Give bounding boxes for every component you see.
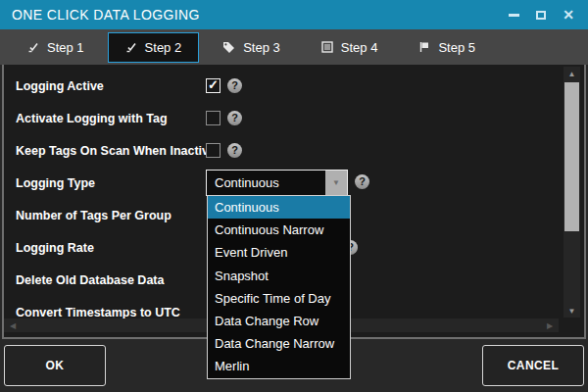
form-row-activate-logging-with-tag: Activate Logging with Tag ? — [4, 103, 584, 134]
scroll-down-button[interactable]: ▼ — [564, 304, 580, 318]
scroll-left-button[interactable]: ◀ — [6, 318, 20, 332]
activate-logging-with-tag-checkbox[interactable] — [206, 111, 220, 125]
tab-bar: Step 1 Step 2 Step 3 Step 4 Step 5 — [0, 29, 588, 65]
tab-label: Step 4 — [341, 40, 378, 55]
maximize-icon — [536, 11, 546, 20]
tab-step-2[interactable]: Step 2 — [108, 32, 200, 63]
check-icon — [27, 41, 39, 53]
field-label: Keep Tags On Scan When Inactive — [16, 135, 216, 167]
dropdown-option-event-driven[interactable]: Event Driven — [208, 241, 350, 264]
checkmark-icon: ✓ — [208, 78, 219, 91]
field-label: Delete Old Database Data — [16, 265, 164, 296]
field-label: Logging Active — [16, 71, 104, 102]
check-icon — [125, 41, 137, 53]
scroll-right-button[interactable]: ▶ — [543, 318, 557, 332]
dropdown-option-snapshot[interactable]: Snapshot — [208, 265, 350, 287]
flag-icon — [418, 41, 430, 53]
cancel-button[interactable]: CANCEL — [482, 345, 584, 386]
triangle-right-icon: ▶ — [547, 321, 553, 330]
logging-type-dropdown-list: Continuous Continuous Narrow Event Drive… — [207, 195, 351, 379]
dropdown-option-continuous-narrow[interactable]: Continuous Narrow — [208, 219, 350, 241]
tab-label: Step 3 — [243, 40, 280, 55]
minimize-icon — [509, 14, 519, 17]
titlebar[interactable]: ONE CLICK DATA LOGGING ✕ — [0, 0, 588, 29]
form-row-logging-active: Logging Active ✓ ? — [4, 71, 584, 102]
window-title: ONE CLICK DATA LOGGING — [0, 7, 200, 23]
combo-selected-value: Continuous — [207, 171, 325, 195]
field-label: Activate Logging with Tag — [16, 103, 168, 134]
scroll-up-button[interactable]: ▲ — [564, 67, 580, 80]
tab-step-1[interactable]: Step 1 — [10, 33, 102, 62]
vertical-scrollbar[interactable]: ▲ ▼ — [564, 67, 580, 318]
field-label: Number of Tags Per Group — [16, 200, 172, 231]
dropdown-option-merlin[interactable]: Merlin — [208, 355, 350, 377]
form-row-keep-tags-on-scan: Keep Tags On Scan When Inactive ? — [4, 135, 584, 167]
logging-type-select[interactable]: Continuous ▼ — [206, 170, 348, 196]
dropdown-option-specific-time-of-day[interactable]: Specific Time of Day — [208, 287, 350, 310]
tab-label: Step 1 — [47, 40, 84, 55]
help-icon[interactable]: ? — [227, 78, 242, 93]
combo-dropdown-button[interactable]: ▼ — [325, 171, 347, 195]
dropdown-option-data-change-row[interactable]: Data Change Row — [208, 310, 350, 332]
triangle-left-icon: ◀ — [10, 321, 16, 330]
tab-label: Step 2 — [145, 40, 182, 55]
tag-icon — [222, 41, 235, 54]
triangle-down-icon: ▼ — [568, 307, 576, 316]
dropdown-option-continuous[interactable]: Continuous — [208, 196, 350, 219]
tab-step-5[interactable]: Step 5 — [401, 33, 493, 62]
close-icon: ✕ — [563, 8, 574, 22]
dialog-window: ONE CLICK DATA LOGGING ✕ Step 1 Step 2 S… — [0, 0, 588, 392]
close-button[interactable]: ✕ — [555, 0, 582, 29]
dropdown-option-data-change-narrow[interactable]: Data Change Narrow — [208, 332, 350, 355]
list-icon — [321, 41, 333, 53]
field-label: Logging Rate — [16, 232, 94, 264]
triangle-up-icon: ▲ — [568, 70, 576, 78]
maximize-button[interactable] — [527, 0, 555, 29]
vertical-scrollbar-thumb[interactable] — [564, 82, 579, 231]
tab-step-3[interactable]: Step 3 — [205, 33, 298, 62]
chevron-down-icon: ▼ — [332, 179, 340, 187]
minimize-button[interactable] — [500, 0, 527, 29]
keep-tags-on-scan-checkbox[interactable] — [206, 143, 220, 158]
window-controls: ✕ — [500, 0, 582, 29]
logging-active-checkbox[interactable]: ✓ — [206, 78, 220, 93]
tab-label: Step 5 — [438, 40, 475, 55]
help-icon[interactable]: ? — [227, 143, 242, 158]
help-icon[interactable]: ? — [227, 111, 242, 125]
ok-button[interactable]: OK — [4, 345, 106, 386]
help-icon[interactable]: ? — [355, 174, 369, 189]
field-label: Logging Type — [16, 168, 95, 199]
tab-step-4[interactable]: Step 4 — [304, 33, 396, 62]
